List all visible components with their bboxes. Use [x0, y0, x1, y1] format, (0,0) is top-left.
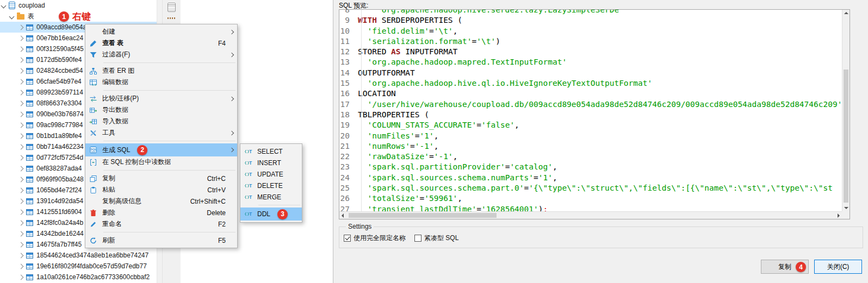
- tree-item-table[interactable]: 19e616f8029f4fdab0ce57d59d7edb77: [0, 261, 157, 272]
- line-number: 17: [339, 99, 358, 110]
- sql-code-viewer[interactable]: 8 'org.apache.hadoop.hive.serde2.lazy.La…: [339, 9, 850, 219]
- menu-item-refresh[interactable]: 刷新F5: [85, 235, 237, 246]
- chevron-right-icon[interactable]: [18, 122, 24, 128]
- menu-item-shortcut: F4: [218, 40, 226, 47]
- chevron-right-icon[interactable]: [18, 263, 24, 269]
- menu-item-label: 编辑数据: [102, 78, 128, 87]
- table-name: 09ac998c77984: [36, 121, 83, 129]
- checkbox-compact-sql[interactable]: 紧凑型 SQL: [414, 234, 458, 243]
- chevron-right-icon[interactable]: [18, 90, 24, 95]
- menu-item-export-data[interactable]: 导出数据: [85, 104, 237, 116]
- chevron-right-icon[interactable]: [18, 209, 24, 215]
- chevron-right-icon[interactable]: [18, 144, 24, 149]
- menu-item-label: 工具: [102, 128, 115, 137]
- chevron-right-icon[interactable]: [18, 57, 24, 62]
- tree-item-table[interactable]: 1a10a0261ce746b2ac67733600cbbaf2: [0, 272, 157, 282]
- chevron-right-icon[interactable]: [18, 155, 24, 160]
- code-segment: [358, 184, 367, 192]
- table-icon: [26, 79, 33, 85]
- menu-item-create[interactable]: 创建: [85, 26, 237, 37]
- chevron-right-icon[interactable]: [18, 35, 24, 41]
- menu-item-rename[interactable]: 重命名F2: [85, 218, 237, 230]
- scroll-up-icon[interactable]: [844, 12, 848, 14]
- menu-item-label: 比较/迁移(P): [102, 94, 139, 103]
- menu-item-generate-delete[interactable]: TDELETE: [240, 180, 302, 191]
- table-icon: [26, 177, 33, 183]
- edit-data-icon: [89, 78, 97, 86]
- tree-item-connection[interactable]: coupload: [0, 0, 157, 11]
- horizontal-scrollbar[interactable]: [339, 211, 842, 219]
- settings-group: Settings 使用完全限定名称紧凑型 SQL: [339, 227, 863, 248]
- script-icon[interactable]: [168, 3, 176, 12]
- table-name: 14342bde16244: [36, 230, 84, 237]
- chevron-right-icon[interactable]: [18, 111, 24, 117]
- chevron-right-icon[interactable]: [18, 177, 24, 182]
- submenu-arrow-slot: [228, 30, 233, 34]
- checkbox-checked-icon[interactable]: [344, 235, 351, 242]
- sql-code-line: 25 'spark.sql.sources.schema.part.0'='{\…: [339, 183, 842, 193]
- menu-item-delete[interactable]: 删除Delete: [85, 207, 237, 218]
- chevron-right-icon[interactable]: [18, 100, 24, 106]
- menu-item-generate-select[interactable]: TSELECT: [240, 146, 302, 157]
- menu-item-compare-migrate[interactable]: 比较/迁移(P): [85, 93, 237, 104]
- code-segment: ,: [453, 27, 458, 35]
- menu-item-copy-advanced-info[interactable]: 复制高级信息Ctrl+Shift+C: [85, 196, 237, 207]
- line-number: 18: [339, 110, 358, 120]
- copy-button[interactable]: 复制 4: [761, 260, 809, 274]
- checkbox-use-fully-qualified-names[interactable]: 使用完全限定名称: [344, 234, 406, 243]
- menu-item-generate-insert[interactable]: TINSERT: [240, 157, 302, 168]
- menu-item-read-data-in-sql-console[interactable]: 在 SQL 控制台中读数据: [85, 156, 237, 168]
- table-icon: [26, 263, 33, 269]
- chevron-right-icon[interactable]: [18, 274, 24, 280]
- menu-item-view-er-diagram[interactable]: 查看 ER 图: [85, 65, 237, 77]
- tree-item-table[interactable]: 18544624ced3474a8eb1ea6bbe74247: [0, 250, 157, 261]
- menu-item-tools[interactable]: 工具: [85, 127, 237, 139]
- refresh-icon: [89, 236, 97, 244]
- table-icon: [26, 111, 33, 117]
- menu-item-edit-data[interactable]: 编辑数据: [85, 77, 237, 88]
- chevron-right-icon[interactable]: [18, 198, 24, 204]
- menu-item-generate-sql[interactable]: SQL生成 SQL2: [85, 143, 237, 156]
- chevron-down-icon[interactable]: [9, 14, 15, 19]
- menu-item-shortcut: Ctrl+C: [207, 175, 226, 183]
- menu-item-import-data[interactable]: 导入数据: [85, 116, 237, 127]
- chevron-down-icon[interactable]: [1, 3, 7, 8]
- table-icon: [26, 68, 33, 74]
- drag-dots-icon[interactable]: [168, 17, 176, 19]
- table-name: 0ef838287ada4: [36, 165, 82, 172]
- chevron-right-icon[interactable]: [18, 242, 24, 247]
- menu-item-view-table[interactable]: 查看 表F4: [85, 37, 237, 49]
- menu-item-generate-ddl[interactable]: TDDL3: [240, 207, 302, 221]
- vertical-scrollbar[interactable]: [842, 10, 850, 211]
- menu-item-paste[interactable]: 粘贴Ctrl+V: [85, 184, 237, 196]
- table-icon: [26, 242, 33, 248]
- chevron-right-icon[interactable]: [18, 187, 24, 193]
- scroll-left-icon[interactable]: [342, 213, 344, 218]
- chevron-right-icon[interactable]: [18, 46, 24, 52]
- chevron-right-icon[interactable]: [18, 253, 24, 258]
- table-icon: [26, 24, 33, 30]
- line-number: 11: [339, 36, 358, 47]
- menu-item-filter[interactable]: 过滤器(F): [85, 49, 237, 60]
- sql-code-clip: 8 'org.apache.hadoop.hive.serde2.lazy.La…: [339, 10, 842, 211]
- scroll-right-icon[interactable]: [838, 213, 840, 218]
- checkbox-unchecked-icon[interactable]: [414, 235, 421, 242]
- menu-item-copy[interactable]: 复制Ctrl+C: [85, 173, 237, 184]
- menu-separator: [103, 170, 235, 171]
- menu-item-generate-merge[interactable]: TMERGE: [240, 191, 302, 203]
- chevron-right-icon[interactable]: [18, 24, 24, 30]
- chevron-right-icon[interactable]: [18, 79, 24, 84]
- close-button[interactable]: 关闭(C): [814, 260, 862, 274]
- code-segment: '\t': [434, 27, 453, 35]
- vertical-scroll-thumb[interactable]: [844, 70, 848, 203]
- scroll-down-icon[interactable]: [844, 207, 848, 209]
- horizontal-scroll-thumb[interactable]: [349, 213, 497, 218]
- code-segment: STORED: [358, 47, 391, 56]
- chevron-right-icon[interactable]: [18, 68, 24, 73]
- chevron-right-icon[interactable]: [18, 231, 24, 236]
- chevron-right-icon[interactable]: [18, 133, 24, 139]
- menu-item-generate-update[interactable]: TUPDATE: [240, 168, 302, 180]
- chevron-right-icon[interactable]: [18, 220, 24, 225]
- annotation-right-click-label: 右键: [72, 10, 91, 23]
- chevron-right-icon[interactable]: [18, 166, 24, 171]
